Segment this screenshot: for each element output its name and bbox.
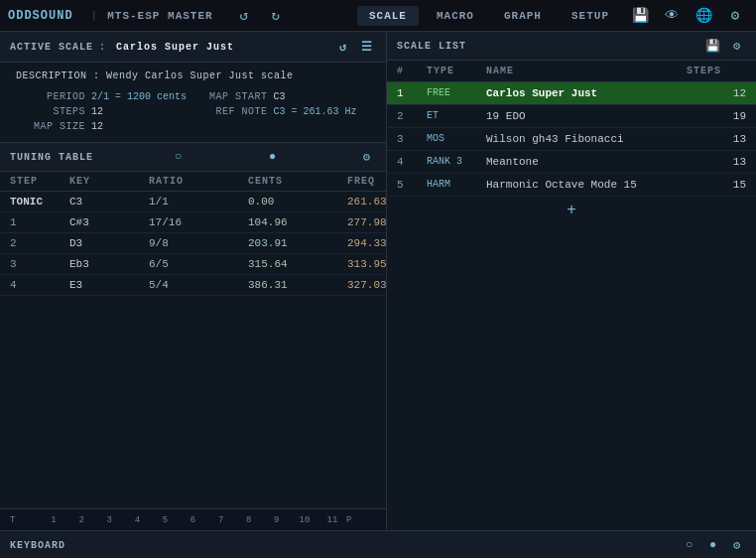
scale-type: FREE — [427, 87, 486, 99]
steps-label: STEPS — [16, 106, 85, 117]
tuning-table-title: TUNING TABLE — [10, 152, 93, 163]
map-size-row: MAP SIZE 12 — [16, 121, 189, 132]
scale-list-title: SCALE LIST — [397, 41, 466, 52]
row-ratio: 17/16 — [149, 216, 248, 228]
scale-reset-icon[interactable]: ↺ — [334, 38, 352, 56]
scale-name: Wilson gh43 Fibonacci — [486, 133, 687, 145]
period-row: PERIOD 2/1 = 1200 cents — [16, 91, 189, 102]
row-cents: 386.31 — [248, 279, 347, 291]
piano-step-9: 9 — [263, 515, 291, 525]
undo-button[interactable]: ↺ — [231, 3, 257, 29]
active-scale-body: DESCRIPTION : Wendy Carlos Super Just sc… — [0, 63, 386, 142]
row-freq: 327.03 — [347, 279, 386, 291]
map-size-value: 12 — [91, 121, 103, 132]
ref-note-value: C3 = 261.63 Hz — [274, 106, 357, 117]
left-panel: ACTIVE SCALE : Carlos Super Just ↺ ☰ DES… — [0, 32, 387, 530]
row-ratio: 5/4 — [149, 279, 248, 291]
keyboard-header: KEYBOARD ○ ● ⚙ — [0, 531, 756, 558]
eye-icon[interactable]: 👁 — [659, 3, 685, 29]
scale-type: MOS — [427, 133, 486, 145]
scale-type: HARM — [427, 179, 486, 191]
params-grid: PERIOD 2/1 = 1200 cents MAP START C3 STE… — [16, 91, 370, 132]
piano-step-1: 1 — [40, 515, 67, 525]
row-key: Eb3 — [69, 258, 149, 270]
piano-step-6: 6 — [179, 515, 206, 525]
tuning-table-section: TUNING TABLE ○ ● ⚙ STEP KEY RATIO CENTS … — [0, 142, 386, 530]
steps-value: 12 — [91, 106, 103, 117]
keyboard-section: KEYBOARD ○ ● ⚙ WAVE : SAW RELEASE : 10.0… — [0, 530, 756, 558]
right-panel: SCALE LIST 💾 ⚙ # TYPE NAME STEPS 1 FREE … — [387, 32, 756, 530]
keyboard-reset-icon[interactable]: ○ — [681, 536, 698, 554]
scale-list-settings-icon[interactable]: ⚙ — [728, 37, 746, 55]
map-start-value: C3 — [274, 91, 286, 102]
desc-sep: : — [93, 70, 106, 81]
tuning-table-header: TUNING TABLE ○ ● ⚙ — [0, 142, 386, 172]
tab-setup[interactable]: SETUP — [560, 6, 621, 26]
row-ratio: 6/5 — [149, 258, 248, 270]
tab-macro[interactable]: MACRO — [425, 6, 486, 26]
row-key: C3 — [69, 196, 149, 208]
scale-list-item[interactable]: 2 ET 19 EDO 19 — [387, 105, 756, 128]
tab-scale[interactable]: SCALE — [357, 6, 419, 26]
col-cents: CENTS — [248, 176, 347, 187]
tuning-row[interactable]: 3 Eb3 6/5 315.64 313.95 111.73 — [0, 254, 386, 275]
globe-icon[interactable]: 🌐 — [691, 3, 716, 29]
piano-step-10: 10 — [291, 515, 318, 525]
piano-step-3: 3 — [95, 515, 123, 525]
scale-num: 4 — [397, 156, 427, 168]
scale-name: Harmonic Octave Mode 15 — [486, 179, 687, 191]
tuning-row[interactable]: 2 D3 9/8 203.91 294.33 98.95 — [0, 233, 386, 254]
scale-list-item[interactable]: 4 RANK 3 Meantone 13 — [387, 151, 756, 174]
scale-list-save-icon[interactable]: 💾 — [704, 37, 722, 55]
tuning-settings-icon[interactable]: ⚙ — [358, 148, 376, 166]
period-label: PERIOD — [16, 91, 85, 102]
sl-col-type: TYPE — [427, 66, 486, 76]
row-key: D3 — [69, 237, 149, 249]
col-ratio: RATIO — [149, 176, 248, 187]
row-ratio: 1/1 — [149, 196, 248, 208]
tab-graph[interactable]: GRAPH — [492, 6, 554, 26]
row-freq: 313.95 — [347, 258, 386, 270]
tuning-link-icon[interactable]: ● — [264, 148, 282, 166]
piano-step-8: 8 — [235, 515, 263, 525]
row-freq: 277.98 — [347, 216, 386, 228]
scale-copy-icon[interactable]: ☰ — [358, 38, 376, 56]
row-step: 4 — [10, 279, 69, 291]
active-scale-colon: : — [99, 42, 106, 53]
scale-name: Carlos Super Just — [486, 87, 687, 99]
redo-button[interactable]: ↻ — [263, 3, 289, 29]
scale-list-item[interactable]: 3 MOS Wilson gh43 Fibonacci 13 — [387, 128, 756, 151]
settings-icon[interactable]: ⚙ — [722, 3, 748, 29]
piano-step-2: 2 — [67, 515, 95, 525]
nav-separator: | — [91, 10, 98, 22]
keyboard-link-icon[interactable]: ● — [704, 536, 722, 554]
desc-label: DESCRIPTION — [16, 70, 87, 81]
tuning-table-body: STEP KEY RATIO CENTS FREQ INTERVAL TONIC… — [0, 172, 386, 508]
scale-steps: 12 — [687, 87, 746, 99]
row-step: 1 — [10, 216, 69, 228]
tuning-row[interactable]: 4 E3 5/4 386.31 327.03 70.67 — [0, 275, 386, 296]
scale-num: 1 — [397, 87, 427, 99]
sl-col-num: # — [397, 66, 427, 76]
scale-list-item[interactable]: 1 FREE Carlos Super Just 12 — [387, 82, 756, 105]
tuning-row[interactable]: 1 C#3 17/16 104.96 277.98 104.96 — [0, 212, 386, 233]
scale-num: 2 — [397, 110, 427, 122]
keyboard-settings-icon[interactable]: ⚙ — [728, 536, 746, 554]
steps-row: STEPS 12 — [16, 106, 189, 117]
scale-type: ET — [427, 110, 486, 122]
row-cents: 104.96 — [248, 216, 347, 228]
scale-num: 5 — [397, 179, 427, 191]
scale-list-body: # TYPE NAME STEPS 1 FREE Carlos Super Ju… — [387, 61, 756, 530]
add-scale-button[interactable]: + — [387, 197, 756, 224]
col-key: KEY — [69, 176, 149, 187]
tuning-row[interactable]: TONIC C3 1/1 0.00 261.63 - — [0, 192, 386, 212]
tuning-reset-icon[interactable]: ○ — [170, 148, 188, 166]
row-step: 2 — [10, 237, 69, 249]
scale-list-item[interactable]: 5 HARM Harmonic Octave Mode 15 15 — [387, 174, 756, 197]
piano-p-label: P — [346, 515, 376, 525]
save-icon[interactable]: 💾 — [627, 3, 653, 29]
row-cents: 0.00 — [248, 196, 347, 208]
piano-step-5: 5 — [151, 515, 179, 525]
scale-steps: 13 — [687, 156, 746, 168]
desc-value: Wendy Carlos Super Just scale — [106, 70, 294, 81]
